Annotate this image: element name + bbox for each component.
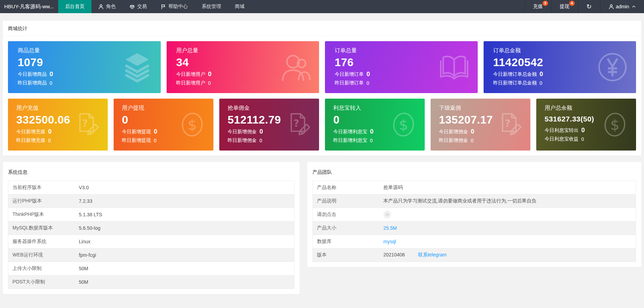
nav-item-trade[interactable]: 交易	[123, 0, 154, 13]
card-title: 下级返佣	[439, 105, 530, 112]
table-row: 运行PHP版本 7.2.33	[8, 194, 294, 208]
page-content: 商城统计 商品总量 1079 今日新增商品 0 昨日新增商品 0	[0, 13, 644, 298]
row-value: Linux	[75, 235, 294, 248]
today-value: 0	[540, 71, 543, 78]
refresh-button[interactable]: ↻	[578, 0, 600, 13]
nav-item-label: 后台首页	[65, 3, 85, 10]
stat-card-goods-total: 商品总量 1079 今日新增商品 0 昨日新增商品 0	[8, 41, 161, 93]
layers-icon	[122, 52, 152, 82]
yesterday-label: 昨日新增充值	[16, 137, 45, 144]
dollar-circle-icon	[602, 112, 628, 137]
row-label: WEB运行环境	[8, 248, 75, 262]
row-label: 运行PHP版本	[8, 194, 75, 208]
today-label: 今日新增商品	[18, 71, 47, 78]
stats-row-1: 商品总量 1079 今日新增商品 0 昨日新增商品 0 用户总量 34	[8, 41, 636, 93]
table-row: MySQL数据库版本 5.6.50-log	[8, 221, 294, 235]
today-label: 今日新增提现	[122, 129, 151, 135]
version-value: 20210406	[383, 252, 405, 257]
row-label: 当前程序版本	[8, 181, 75, 194]
flag-icon	[161, 4, 166, 9]
card-title: 用户充值	[16, 105, 108, 112]
row-value: 本产品只为学习测试交流,请勿要做商业或者用于违法行为,一切后果自负	[379, 194, 636, 208]
row-label: 版本	[313, 248, 379, 262]
product-size-link[interactable]: 25.5M	[383, 225, 397, 231]
yesterday-value: 0	[48, 138, 51, 143]
yesterday-value: 0	[50, 80, 52, 86]
table-row: 数据库 mysql	[313, 235, 636, 248]
today-value: 0	[471, 128, 474, 135]
system-info-table: 当前程序版本 V3.0 运行PHP版本 7.2.33 ThinkPHP版本 5.…	[8, 181, 294, 289]
today-value: 0	[370, 128, 373, 135]
card-title: 利息宝转入	[333, 105, 425, 112]
stats-body: 商品总量 1079 今日新增商品 0 昨日新增商品 0 用户总量 34	[3, 36, 641, 156]
yesterday-label: 今日利息宝收益	[545, 136, 579, 142]
today-label: 今日利息宝转出	[545, 127, 579, 134]
stat-card-user-withdraw: 用户提现 0 今日新增提现 0 昨日新增提现 0	[114, 99, 213, 151]
yesterday-value: 0	[581, 136, 584, 142]
yesterday-value: 0	[154, 138, 157, 143]
stat-card-orders-total: 订单总量 176 今日新增订单 0 昨日新增订单 0	[325, 41, 478, 93]
yesterday-label: 昨日新增利息宝	[333, 137, 367, 144]
recharge-button[interactable]: 充值 3	[524, 0, 551, 13]
table-row: WEB运行环境 fpm-fcgi	[8, 248, 294, 262]
recharge-badge: 3	[542, 1, 548, 6]
yesterday-label: 昨日新增提现	[122, 137, 151, 144]
product-team-panel: 产品团队 产品名称 抢单源码 产品说明 本产品只为学习测试交流,请勿要做商业或者…	[307, 162, 641, 267]
nav-item-help-center[interactable]: 帮助中心	[154, 0, 195, 13]
nav-item-label: 角色	[106, 3, 116, 10]
yesterday-label: 昨日新增佣金	[228, 137, 257, 144]
scales-icon	[130, 4, 135, 9]
table-row: POST大小限制 50M	[8, 275, 294, 289]
users-icon	[280, 52, 311, 82]
table-row: 服务器操作系统 Linux	[8, 235, 294, 248]
today-label: 今日新增订单	[335, 71, 364, 78]
yesterday-value: 0	[208, 80, 211, 86]
refresh-icon: ↻	[586, 3, 592, 10]
stat-card-order-amount-total: 订单总金额 11420542 今日新增订单总金额 0 昨日新增订单总金额 0	[484, 41, 636, 93]
card-title: 抢单佣金	[228, 105, 319, 112]
database-link[interactable]: mysql	[383, 239, 396, 244]
do-not-click-icon[interactable]	[383, 211, 391, 218]
row-label: 数据库	[313, 235, 379, 248]
main-menu: 后台首页 角色 交易 帮助中心 系统管理 商城	[58, 0, 252, 13]
row-value: V3.0	[75, 181, 294, 194]
nav-item-system-admin[interactable]: 系统管理	[195, 0, 228, 13]
panel-title-product-team: 产品团队	[307, 162, 641, 180]
yen-circle-icon	[597, 52, 628, 82]
app-brand: HBUY-凡客源码-ww...	[0, 0, 58, 13]
yesterday-label: 昨日新增佣金	[439, 137, 468, 144]
today-value: 0	[208, 71, 212, 78]
table-row: 产品说明 本产品只为学习测试交流,请勿要做商业或者用于违法行为,一切后果自负	[313, 194, 636, 208]
nav-item-roles[interactable]: 角色	[91, 0, 123, 13]
mall-statistics-panel: 商城统计 商品总量 1079 今日新增商品 0 昨日新增商品 0	[3, 21, 641, 156]
row-value: 抢单源码	[379, 181, 636, 194]
panel-title-system-info: 系统信息	[3, 162, 300, 180]
today-value: 0	[581, 127, 585, 134]
today-label: 今日新增佣金	[228, 129, 257, 135]
row-value: 7.2.33	[75, 194, 294, 208]
doc-question-icon	[285, 112, 311, 137]
yesterday-label: 昨日新增订单总金额	[493, 80, 537, 86]
table-row: 当前程序版本 V3.0	[8, 181, 294, 194]
withdraw-badge: 4	[569, 1, 575, 6]
row-value: 50M	[75, 262, 294, 275]
product-team-table: 产品名称 抢单源码 产品说明 本产品只为学习测试交流,请勿要做商业或者用于违法行…	[312, 181, 636, 262]
withdraw-label: 提现	[560, 3, 570, 10]
table-row: 版本 20210406 联系telegram	[313, 248, 636, 262]
today-label: 今日新增佣金	[439, 129, 468, 135]
row-label: MySQL数据库版本	[8, 221, 75, 235]
nav-item-label: 交易	[137, 3, 147, 10]
row-label: 上传大小限制	[8, 262, 75, 275]
panel-title-mall-statistics: 商城统计	[3, 21, 641, 36]
yesterday-value: 0	[370, 138, 373, 143]
user-menu[interactable]: admin	[600, 0, 644, 13]
nav-item-home[interactable]: 后台首页	[58, 0, 91, 13]
row-label: 服务器操作系统	[8, 235, 75, 248]
withdraw-button[interactable]: 提现 4	[551, 0, 578, 13]
bottom-section: 系统信息 当前程序版本 V3.0 运行PHP版本 7.2.33 ThinkPHP…	[3, 162, 641, 294]
today-label: 今日新增利息宝	[333, 129, 367, 135]
contact-telegram-link[interactable]: 联系telegram	[418, 252, 447, 257]
yesterday-value: 0	[367, 80, 369, 86]
today-label: 今日新增充值	[16, 129, 45, 135]
nav-item-mall[interactable]: 商城	[228, 0, 252, 13]
